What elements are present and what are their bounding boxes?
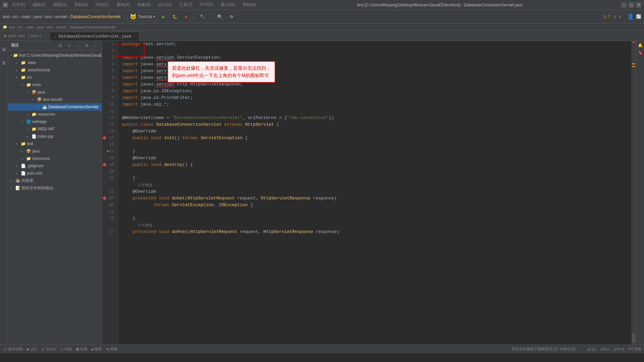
annotation-line2: 到pom.xml中点一下右上角的有个M的图标即可 <box>172 72 271 79</box>
tree-arrow: ▸ <box>16 61 19 64</box>
menu-tools[interactable]: 工具(T) <box>177 2 194 8</box>
code-line-26: } <box>122 215 631 222</box>
tree-item-test[interactable]: ▾📁test <box>8 140 102 147</box>
tree-item----[interactable]: ▸📚外部库 <box>8 177 102 184</box>
tree-label: test.servlet <box>43 97 62 102</box>
tree-item--gitignore[interactable]: ▸📄.gitignore <box>8 162 102 170</box>
run-config-selector[interactable]: 🐱 Tomcat ▾ <box>127 12 157 21</box>
encoding-display[interactable]: UTF-8 <box>614 347 624 351</box>
menu-help[interactable]: 帮助(H) <box>240 2 258 8</box>
menu-file[interactable]: 文件(F) <box>10 2 27 8</box>
terminal-btn[interactable]: ▣ 结果 <box>76 347 88 352</box>
tree-item-java[interactable]: ▾📦java <box>8 88 102 96</box>
menu-nav[interactable]: 导航(N) <box>72 2 90 8</box>
tab-servlet-close[interactable]: ✕ <box>133 35 135 39</box>
sidebar-sort-btn[interactable]: ↕ <box>74 42 82 49</box>
tree-icon: 📁 <box>13 53 18 58</box>
code-content[interactable]: package test.servlet;import javax.servle… <box>119 41 631 345</box>
tomcat-dropdown-icon: ▾ <box>153 15 155 18</box>
tree-item--smarttomcat[interactable]: ▸📁.smarttomcat <box>8 66 102 74</box>
bookmark-icon[interactable]: 🔖 <box>637 50 643 56</box>
tree-item-resources[interactable]: ▸📁resources <box>8 155 102 162</box>
problems-icon: ⚠ <box>60 347 63 351</box>
menu-edit[interactable]: 编辑(E) <box>31 2 48 8</box>
tree-icon: 📁 <box>26 82 31 87</box>
tomcat-icon: 🐱 <box>130 13 137 20</box>
minimize-button[interactable]: − <box>621 2 627 8</box>
sidebar-settings-btn[interactable]: ⚙ <box>83 42 90 49</box>
tab-servlet[interactable]: ☕ DatabaseConnectionServlet.java ✕ <box>50 32 140 41</box>
menu-view[interactable]: 视图(V) <box>51 2 69 8</box>
run-label: 运行 <box>31 347 38 352</box>
tab-pom[interactable]: M pom.xml (test) ✕ <box>0 32 50 41</box>
tree-arrow: ▾ <box>21 120 25 123</box>
version-control-btn[interactable]: ⎇ 版本控制 <box>3 347 23 352</box>
build-button[interactable]: 🔨 <box>197 12 208 21</box>
debug-button[interactable]: 🐛 <box>170 12 180 21</box>
warning-count[interactable]: ⚠ 7 <box>603 14 611 19</box>
tab-servlet-label: DatabaseConnectionServlet.java <box>59 34 131 39</box>
tree-arrow: ▾ <box>11 54 12 57</box>
services-btn[interactable]: ■ 服务 <box>92 347 102 352</box>
tree-item-webapp[interactable]: ▾🌐webapp <box>8 118 102 125</box>
close-button[interactable]: ✕ <box>636 2 641 8</box>
tree-item-main[interactable]: ▾📁main <box>8 81 102 88</box>
spaces-display[interactable]: 4个空格 <box>628 347 641 352</box>
sidebar-layout-btn[interactable]: ⊞ <box>57 42 64 49</box>
tree-item-databaseconnectionservlet[interactable]: ▸☕DatabaseConnectionServlet <box>8 103 102 111</box>
sidebar-title: 项目 <box>11 43 19 48</box>
tree-label: resources <box>38 112 55 117</box>
tab-pom-close[interactable]: ✕ <box>44 34 46 38</box>
run-button[interactable]: ▶ <box>159 12 168 21</box>
tree-item-test-c--users-moyang-desktop-file-learn-javaee-test-test[interactable]: ▾📁test C:\Users\Moyang\Desktop\file\lear… <box>8 52 102 59</box>
expand-warnings[interactable]: ∧ <box>614 14 616 19</box>
user-icon[interactable]: 👤 <box>627 13 634 20</box>
line-number-26h <box>102 222 116 229</box>
menu-run[interactable]: 运行(U) <box>156 2 174 8</box>
tree-item-index-jsp[interactable]: ▸📄index.jsp <box>8 133 102 140</box>
tree-item-src[interactable]: ▾📁src <box>8 74 102 81</box>
menu-code[interactable]: 代码(C) <box>93 2 111 8</box>
sidebar-collapse-btn[interactable]: − <box>92 42 99 49</box>
update-icon[interactable]: 🔄 <box>636 14 641 19</box>
tree-label: .smarttomcat <box>27 68 50 72</box>
tree-icon: 📄 <box>20 163 26 169</box>
stop-button[interactable]: ■ <box>182 12 190 21</box>
crlf-display[interactable]: CRLF <box>600 347 610 351</box>
line-number-3: 3 <box>102 54 116 61</box>
tree-item---------[interactable]: ▸📝暂时文件和控制台 <box>8 184 102 192</box>
menu-window[interactable]: 窗口(W) <box>219 2 237 8</box>
code-area[interactable]: 123456789101112131415⬤▽1617▽●1819⬤▽2021▽… <box>102 41 636 345</box>
problems-btn[interactable]: ⚠ 问题 <box>60 347 72 352</box>
todo-btn[interactable]: E TODO <box>42 347 56 351</box>
search-button[interactable]: 🔍 <box>215 12 225 21</box>
tree-item-test-servlet[interactable]: ▾📦test.servlet <box>8 96 102 103</box>
tree-item-pom-xml[interactable]: ▸📄pom.xml <box>8 170 102 177</box>
terminal-icon: ▣ <box>76 347 79 351</box>
menu-vcs[interactable]: VCS(S) <box>198 2 215 8</box>
sidebar-list-btn[interactable]: ≡ <box>65 42 73 49</box>
tree-arrow: ▸ <box>21 157 25 160</box>
tree-item-web-inf[interactable]: ▸📁WEB-INF <box>8 125 102 133</box>
menu-refactor[interactable]: 重构(R) <box>114 2 132 8</box>
maximize-button[interactable]: □ <box>629 2 634 8</box>
left-side-tabs: 结构 层次 <box>0 41 8 345</box>
gutter-fold-icon: ▽ <box>110 148 111 155</box>
code-line-26h: 0 个用法 <box>122 222 631 229</box>
run-status-btn[interactable]: ▶ 运行 <box>27 347 38 352</box>
code-line-23: protected void doGet(HttpServletRequest … <box>122 195 631 202</box>
file-tree: ▾📁test C:\Users\Moyang\Desktop\file\lear… <box>8 50 102 345</box>
tree-item-java[interactable]: ▸📦java <box>8 147 102 155</box>
tree-item-resources[interactable]: ▸📁resources <box>8 111 102 118</box>
collapse-warnings[interactable]: ∨ <box>619 14 621 19</box>
scrollbar-thumb[interactable] <box>632 333 635 343</box>
git-btn[interactable]: ⊗ 构建 <box>106 347 117 352</box>
notifications-icon[interactable]: 🔔 <box>637 42 643 48</box>
settings-button[interactable]: ⚙ <box>227 12 236 21</box>
menu-build[interactable]: 构建(B) <box>135 2 153 8</box>
code-line-21h: 0 个用法 <box>122 182 631 188</box>
tree-item--idea[interactable]: ▸📁.idea <box>8 59 102 66</box>
tree-icon: 📁 <box>31 112 37 117</box>
tree-arrow: ▸ <box>38 106 41 109</box>
line-number-4: 4 <box>102 61 116 68</box>
